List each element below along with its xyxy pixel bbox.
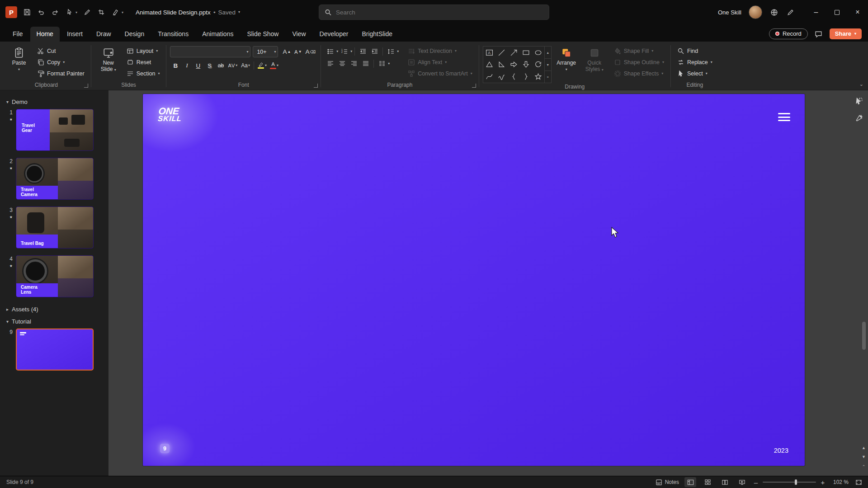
- right-brace-shape-icon[interactable]: [520, 70, 532, 83]
- collapse-ribbon-icon[interactable]: ⌄: [859, 81, 863, 87]
- strikethrough-button[interactable]: ab: [215, 60, 226, 71]
- text-shadow-button[interactable]: S: [204, 60, 215, 71]
- rectangle-shape-icon[interactable]: [520, 47, 532, 59]
- columns-button[interactable]: [376, 58, 387, 69]
- thumbnail-canvas[interactable]: Travel Camera: [16, 158, 94, 200]
- reading-view-button[interactable]: [719, 477, 731, 487]
- slide-editing-canvas[interactable]: ONE SKILL 9 2023 ▲ ▼: [108, 90, 868, 476]
- search-bar[interactable]: [319, 5, 549, 20]
- change-case-button[interactable]: Aa▾: [240, 60, 251, 71]
- vertical-scrollbar-thumb[interactable]: [862, 322, 866, 350]
- text-highlight-color-button[interactable]: ▾: [256, 60, 268, 71]
- editing-mode-icon[interactable]: [786, 8, 795, 17]
- object-selection-tool-icon[interactable]: [853, 95, 865, 108]
- tab-transitions[interactable]: Transitions: [151, 27, 195, 42]
- slide-thumbnail-4[interactable]: 4 ★ Camera Lens: [0, 255, 108, 297]
- close-button[interactable]: ×: [847, 0, 868, 24]
- decrease-indent-button[interactable]: [357, 46, 368, 57]
- line-spacing-button[interactable]: [385, 46, 396, 57]
- increase-font-size-button[interactable]: A▲: [281, 47, 292, 57]
- font-color-button[interactable]: A ▾: [269, 60, 280, 71]
- bullets-button[interactable]: [325, 46, 336, 57]
- shape-outline-button[interactable]: Shape Outline ▾: [611, 57, 667, 67]
- account-name[interactable]: One Skill: [718, 9, 741, 16]
- section-demo-expand-icon[interactable]: ▾: [6, 99, 9, 104]
- text-box-shape-icon[interactable]: A: [483, 47, 495, 59]
- numbering-caret-icon[interactable]: ▾: [350, 50, 352, 53]
- section-assets-expand-icon[interactable]: ▸: [6, 307, 9, 312]
- line-spacing-caret-icon[interactable]: ▾: [397, 50, 399, 53]
- section-header-assets[interactable]: ▸ Assets (4): [0, 304, 108, 316]
- scribble-shape-icon[interactable]: [495, 70, 508, 83]
- shapes-scroll-up-icon[interactable]: ▲: [545, 47, 551, 59]
- zoom-out-button[interactable]: –: [753, 479, 759, 486]
- designer-tool-icon[interactable]: [853, 112, 865, 125]
- highlighter-icon[interactable]: [111, 8, 119, 16]
- redo-icon[interactable]: [51, 8, 59, 16]
- numbering-button[interactable]: 12: [339, 46, 350, 57]
- slide-thumbnail-3[interactable]: 3 ★ Travel Bag: [0, 206, 108, 249]
- save-icon[interactable]: [23, 8, 31, 16]
- slide-counter[interactable]: Slide 9 of 9: [6, 479, 33, 485]
- align-text-button[interactable]: Align Text ▾: [405, 57, 475, 67]
- star-shape-icon[interactable]: [532, 70, 544, 83]
- layout-button[interactable]: Layout ▾: [124, 46, 163, 56]
- thumbnail-canvas[interactable]: Travel Bag: [16, 206, 94, 249]
- convert-to-smartart-button[interactable]: Convert to SmartArt ▾: [405, 69, 475, 79]
- comments-icon[interactable]: [814, 29, 823, 38]
- increase-indent-button[interactable]: [369, 46, 380, 57]
- hamburger-menu-icon[interactable]: [778, 113, 790, 123]
- pen-icon[interactable]: [83, 8, 91, 16]
- touch-mode-caret-icon[interactable]: ▾: [75, 10, 77, 14]
- thumbnail-canvas[interactable]: Travel Gear: [16, 109, 94, 151]
- slide-thumbnail-2[interactable]: 2 ★ Travel Camera: [0, 158, 108, 200]
- tab-design[interactable]: Design: [118, 27, 151, 42]
- previous-slide-button[interactable]: ▲: [861, 445, 867, 450]
- shapes-scroll-down-icon[interactable]: ▼: [545, 59, 551, 71]
- text-direction-button[interactable]: Text Direction ▾: [405, 46, 475, 56]
- tab-draw[interactable]: Draw: [90, 27, 118, 42]
- replace-button[interactable]: Replace ▾: [675, 57, 715, 67]
- section-header-demo[interactable]: ▾ Demo: [0, 97, 108, 109]
- align-left-button[interactable]: [325, 58, 336, 69]
- slide-thumbnail-9[interactable]: 9: [0, 328, 108, 371]
- tab-animations[interactable]: Animations: [196, 27, 240, 42]
- zoom-level[interactable]: 102 %: [830, 479, 849, 485]
- clear-formatting-button[interactable]: A⌫: [304, 47, 317, 57]
- touch-mouse-mode-icon[interactable]: [65, 8, 73, 16]
- arrow-right-shape-icon[interactable]: [508, 59, 520, 71]
- underline-button[interactable]: U: [193, 60, 203, 71]
- title-caret-icon[interactable]: ▾: [238, 10, 240, 14]
- highlighter-caret-icon[interactable]: ▾: [122, 10, 123, 14]
- align-right-button[interactable]: [348, 58, 359, 69]
- italic-button[interactable]: I: [181, 60, 192, 71]
- tab-developer[interactable]: Developer: [313, 27, 355, 42]
- account-avatar[interactable]: [749, 5, 762, 19]
- slide-sorter-view-button[interactable]: [702, 477, 713, 487]
- minimize-button[interactable]: –: [806, 0, 826, 24]
- right-triangle-shape-icon[interactable]: [495, 59, 508, 71]
- search-input[interactable]: [336, 9, 543, 16]
- notes-button[interactable]: Notes: [656, 479, 679, 486]
- paste-button[interactable]: Paste ▾: [5, 44, 33, 71]
- thumbnail-canvas[interactable]: Camera Lens: [16, 255, 94, 297]
- oneskill-logo[interactable]: ONE SKILL: [157, 107, 183, 122]
- shape-fill-button[interactable]: Shape Fill ▾: [611, 46, 667, 56]
- tab-home[interactable]: Home: [30, 27, 60, 42]
- tab-slide-show[interactable]: Slide Show: [241, 27, 285, 42]
- columns-caret-icon[interactable]: ▾: [388, 62, 390, 66]
- find-button[interactable]: Find: [675, 46, 715, 56]
- screen-clip-icon[interactable]: [97, 8, 105, 16]
- oval-shape-icon[interactable]: [532, 47, 544, 59]
- maximize-button[interactable]: [826, 0, 847, 24]
- font-size-combo[interactable]: 10+ ▾: [253, 46, 278, 57]
- cut-button[interactable]: Cut: [34, 46, 87, 56]
- thumbnail-canvas-selected[interactable]: [16, 328, 94, 371]
- select-button[interactable]: Select ▾: [675, 69, 715, 79]
- copy-button[interactable]: Copy ▾: [34, 57, 87, 67]
- triangle-shape-icon[interactable]: [483, 59, 495, 71]
- zoom-slider-thumb[interactable]: [795, 479, 797, 485]
- arrow-down-shape-icon[interactable]: [520, 59, 532, 71]
- slide-9[interactable]: ONE SKILL 9 2023: [143, 94, 805, 466]
- clipboard-dialog-launcher-icon[interactable]: [84, 84, 88, 88]
